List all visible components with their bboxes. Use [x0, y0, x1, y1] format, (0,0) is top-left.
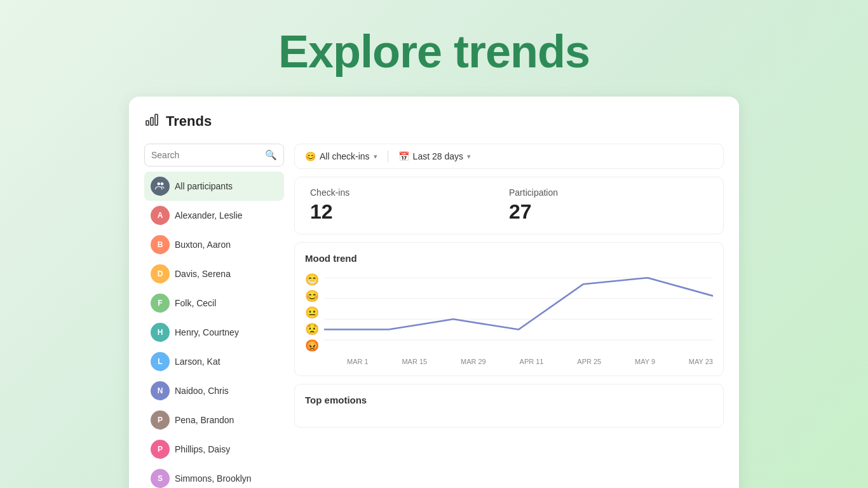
filter-bar: 😊 All check-ins ▾ 📅 Last 28 days ▾ — [294, 144, 724, 169]
participant-item[interactable]: AAlexander, Leslie — [144, 201, 284, 230]
page-title: Explore trends — [0, 25, 868, 78]
emotions-grid — [305, 413, 713, 417]
participant-item[interactable]: PPena, Brandon — [144, 405, 284, 435]
avatar: P — [151, 410, 170, 430]
checkins-chevron-icon: ▾ — [374, 152, 377, 161]
date-filter-icon: 📅 — [398, 151, 409, 161]
participation-value: 27 — [509, 200, 708, 224]
date-chevron-icon: ▾ — [467, 152, 471, 161]
mood-emoji: 😐 — [305, 307, 319, 318]
mood-emoji: 😟 — [305, 323, 319, 335]
participant-name: Pena, Brandon — [175, 415, 234, 425]
sidebar: 🔍 All participantsAAlexander, LeslieBBux… — [144, 144, 284, 488]
participant-item[interactable]: NNaidoo, Chris — [144, 376, 284, 405]
checkins-label: Check-ins — [310, 187, 509, 198]
chart-container: .chart-line { fill: none; stroke: #7986c… — [324, 271, 713, 355]
avatar: A — [151, 206, 170, 225]
checkins-filter-icon: 😊 — [305, 151, 316, 161]
emoji-axis: 😁😊😐😟😡 — [305, 271, 319, 354]
search-input[interactable] — [151, 150, 265, 160]
card-header: Trends — [144, 112, 724, 131]
avatar: B — [151, 235, 170, 254]
emotions-title: Top emotions — [305, 395, 713, 405]
participant-name: All participants — [175, 181, 233, 191]
svg-rect-0 — [146, 121, 149, 125]
participant-item[interactable]: All participants — [144, 172, 284, 201]
participant-item[interactable]: HHenry, Courtney — [144, 318, 284, 347]
filter-separator — [388, 151, 388, 162]
participant-item[interactable]: LLarson, Kat — [144, 347, 284, 376]
participant-item[interactable]: BBuxton, Aaron — [144, 230, 284, 259]
x-axis-label: APR 11 — [520, 358, 544, 365]
trends-icon — [144, 112, 159, 131]
participation-label: Participation — [509, 187, 708, 198]
checkins-filter-button[interactable]: 😊 All check-ins ▾ — [305, 151, 377, 161]
participant-name: Alexander, Leslie — [175, 210, 243, 220]
svg-point-3 — [158, 182, 161, 186]
x-axis-label: MAR 1 — [347, 358, 369, 365]
svg-rect-1 — [151, 118, 153, 125]
x-axis-labels: MAR 1MAR 15MAR 29APR 11APR 25MAY 9MAY 23 — [324, 355, 713, 365]
search-icon: 🔍 — [265, 149, 277, 161]
avatar: H — [151, 323, 170, 342]
page-title-area: Explore trends — [0, 0, 868, 97]
checkins-value: 12 — [310, 200, 509, 224]
participant-name: Buxton, Aaron — [175, 240, 231, 250]
avatar: F — [151, 294, 170, 313]
participant-item[interactable]: PPhillips, Daisy — [144, 435, 284, 464]
avatar — [151, 177, 170, 196]
participant-item[interactable]: DDavis, Serena — [144, 259, 284, 288]
participant-list: All participantsAAlexander, LeslieBBuxto… — [144, 172, 284, 488]
mood-emoji: 😊 — [305, 290, 319, 302]
date-filter-button[interactable]: 📅 Last 28 days ▾ — [398, 151, 471, 161]
mood-chart-svg: .chart-line { fill: none; stroke: #7986c… — [324, 271, 713, 355]
svg-point-4 — [161, 182, 164, 186]
participant-item[interactable]: FFolk, Cecil — [144, 288, 284, 318]
participant-name: Henry, Courtney — [175, 327, 239, 337]
participant-name: Naidoo, Chris — [175, 386, 229, 396]
content-layout: 🔍 All participantsAAlexander, LeslieBBux… — [144, 144, 724, 488]
avatar: P — [151, 440, 170, 459]
date-filter-label: Last 28 days — [413, 151, 463, 161]
mood-trend-card: Mood trend 😁😊😐😟😡 .chart-line { fill: non… — [294, 242, 724, 376]
card-title: Trends — [166, 113, 212, 130]
participant-name: Simmons, Brooklyn — [175, 473, 252, 484]
participant-name: Davis, Serena — [175, 269, 231, 279]
mood-emoji: 😁 — [305, 274, 319, 285]
checkins-filter-label: All check-ins — [320, 151, 370, 161]
participant-item[interactable]: SSimmons, Brooklyn — [144, 464, 284, 488]
participant-name: Phillips, Daisy — [175, 444, 230, 454]
participant-name: Larson, Kat — [175, 356, 220, 367]
x-axis-label: MAR 29 — [461, 358, 486, 365]
top-emotions-card: Top emotions — [294, 384, 724, 428]
chart-area: 😁😊😐😟😡 .chart-line { fill: none; stroke: … — [305, 271, 713, 365]
checkins-stat: Check-ins 12 — [310, 187, 509, 224]
avatar: N — [151, 381, 170, 400]
participant-name: Folk, Cecil — [175, 298, 216, 308]
right-content: 😊 All check-ins ▾ 📅 Last 28 days ▾ Check… — [294, 144, 724, 488]
x-axis-label: MAY 23 — [689, 358, 713, 365]
x-axis-label: MAR 15 — [402, 358, 427, 365]
mood-emoji: 😡 — [305, 340, 319, 351]
stats-row: Check-ins 12 Participation 27 — [294, 177, 724, 234]
participation-stat: Participation 27 — [509, 187, 708, 224]
avatar: S — [151, 469, 170, 488]
x-axis-label: MAY 9 — [635, 358, 655, 365]
main-card: Trends 🔍 All participantsAAlexander, Les… — [129, 97, 739, 488]
search-box[interactable]: 🔍 — [144, 144, 284, 166]
avatar: D — [151, 264, 170, 283]
x-axis-label: APR 25 — [577, 358, 601, 365]
avatar: L — [151, 352, 170, 371]
mood-trend-title: Mood trend — [305, 253, 713, 264]
svg-rect-2 — [155, 114, 158, 125]
